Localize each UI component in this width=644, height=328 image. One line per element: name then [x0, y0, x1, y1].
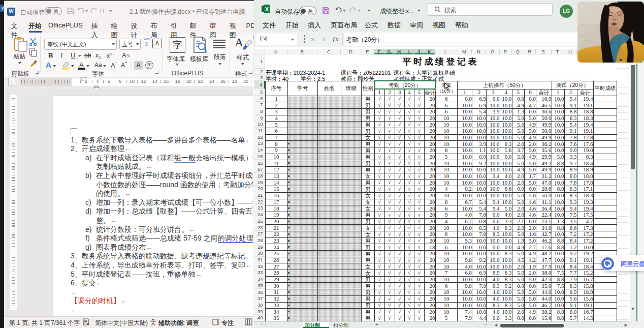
svg-text:X: X: [265, 6, 269, 12]
